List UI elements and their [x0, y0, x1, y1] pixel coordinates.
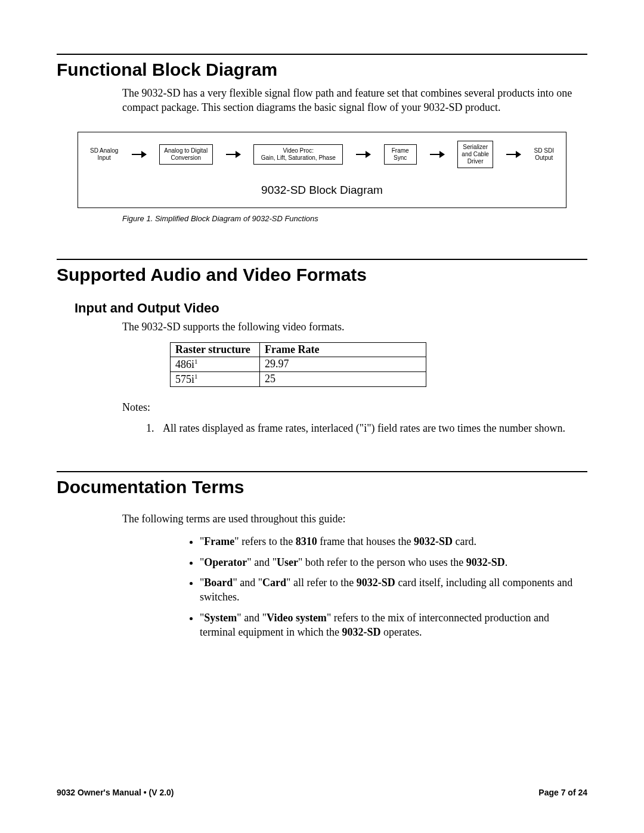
- term-system: "System" and "Video system" refers to th…: [200, 611, 587, 640]
- section1-intro: The 9032-SD has a very flexible signal f…: [122, 86, 581, 115]
- node-line: Video Proc:: [283, 147, 314, 154]
- cell-rate: 25: [260, 371, 426, 386]
- cell-raster: 486i1: [171, 357, 260, 371]
- node-sd-analog-input: SD Analog Input: [90, 147, 118, 162]
- diagram-caption: 9032-SD Block Diagram: [90, 184, 554, 197]
- bold: 9032-SD: [357, 577, 395, 589]
- t: card.: [453, 535, 476, 547]
- bold: 9032-SD: [342, 626, 380, 638]
- heading-documentation-terms: Documentation Terms: [57, 477, 587, 497]
- figure-caption: Figure 1. Simplified Block Diagram of 90…: [122, 214, 587, 223]
- node-line: Sync: [394, 154, 407, 161]
- footer-left: 9032 Owner's Manual • (V 2.0): [57, 788, 174, 797]
- footer-right: Page 7 of 24: [538, 788, 587, 797]
- node-line: and Cable: [462, 151, 489, 157]
- node-sd-sdi-output: SD SDI Output: [534, 147, 554, 162]
- bold: User: [277, 556, 298, 568]
- t: operates.: [380, 626, 422, 638]
- bold: Operator: [204, 556, 247, 568]
- node-serializer: Serializer and Cable Driver: [457, 141, 493, 168]
- subheading-input-output-video: Input and Output Video: [75, 301, 587, 316]
- block-diagram-frame: SD Analog Input Analog to Digital Conver…: [78, 132, 566, 208]
- t: " both refer to the person who uses the: [298, 556, 466, 568]
- node-line: Input: [98, 154, 111, 161]
- section2-intro: The 9032-SD supports the following video…: [122, 320, 581, 334]
- notes-list: All rates displayed as frame rates, inte…: [140, 421, 587, 435]
- section-rule: [57, 54, 587, 55]
- arrow-icon: [430, 154, 444, 155]
- heading-functional-block-diagram: Functional Block Diagram: [57, 60, 587, 80]
- section3-intro: The following terms are used throughout …: [122, 512, 581, 526]
- node-line: Frame: [392, 147, 409, 154]
- t: .: [505, 556, 508, 568]
- raster-value: 486i: [175, 358, 194, 370]
- node-video-proc: Video Proc: Gain, Lift, Saturation, Phas…: [253, 144, 343, 165]
- cell-rate: 29.97: [260, 357, 426, 371]
- raster-value: 575i: [175, 373, 194, 385]
- node-line: Serializer: [463, 144, 488, 150]
- video-formats-table: Raster structure Frame Rate 486i1 29.97 …: [170, 342, 426, 387]
- notes-label: Notes:: [122, 401, 587, 414]
- t: " and ": [247, 556, 277, 568]
- node-line: SD Analog: [90, 147, 118, 154]
- table-header-row: Raster structure Frame Rate: [171, 342, 426, 357]
- bold: System: [204, 612, 237, 624]
- footnote-sup: 1: [194, 373, 198, 380]
- t: " and ": [237, 612, 267, 624]
- cell-raster: 575i1: [171, 371, 260, 386]
- table-row: 575i1 25: [171, 371, 426, 386]
- arrow-icon: [506, 154, 521, 155]
- note-item: All rates displayed as frame rates, inte…: [157, 421, 587, 435]
- term-board-card: "Board" and "Card" all refer to the 9032…: [200, 575, 587, 605]
- bold: Video system: [267, 612, 327, 624]
- node-line: SD SDI: [534, 147, 554, 154]
- node-line: Driver: [467, 158, 484, 165]
- term-frame: "Frame" refers to the 8310 frame that ho…: [200, 534, 587, 549]
- node-adc: Analog to Digital Conversion: [159, 144, 213, 165]
- node-line: Output: [535, 154, 553, 161]
- t: " and ": [233, 577, 262, 589]
- node-line: Gain, Lift, Saturation, Phase: [261, 154, 336, 161]
- block-diagram-wrapper: SD Analog Input Analog to Digital Conver…: [57, 132, 587, 223]
- node-frame-sync: Frame Sync: [384, 144, 417, 165]
- bold: Card: [262, 577, 286, 589]
- page-footer: 9032 Owner's Manual • (V 2.0) Page 7 of …: [57, 788, 587, 797]
- section-rule: [57, 471, 587, 472]
- t: frame that houses the: [317, 535, 414, 547]
- node-line: Conversion: [171, 154, 201, 161]
- section-rule: [57, 259, 587, 260]
- signal-flow: SD Analog Input Analog to Digital Conver…: [90, 141, 554, 168]
- arrow-icon: [226, 154, 240, 155]
- bold: Board: [204, 577, 233, 589]
- footnote-sup: 1: [194, 358, 198, 365]
- col-header-framerate: Frame Rate: [260, 342, 426, 357]
- arrow-icon: [132, 154, 146, 155]
- term-operator-user: "Operator" and "User" both refer to the …: [200, 555, 587, 569]
- bold: Frame: [204, 535, 234, 547]
- bold: 8310: [296, 535, 317, 547]
- table-row: 486i1 29.97: [171, 357, 426, 371]
- heading-supported-formats: Supported Audio and Video Formats: [57, 265, 587, 285]
- arrow-icon: [356, 154, 370, 155]
- t: " refers to the: [234, 535, 295, 547]
- bold: 9032-SD: [466, 556, 505, 568]
- terms-list: "Frame" refers to the 8310 frame that ho…: [188, 534, 587, 639]
- node-line: Analog to Digital: [164, 147, 208, 154]
- col-header-raster: Raster structure: [171, 342, 260, 357]
- t: " all refer to the: [286, 577, 357, 589]
- bold: 9032-SD: [414, 535, 453, 547]
